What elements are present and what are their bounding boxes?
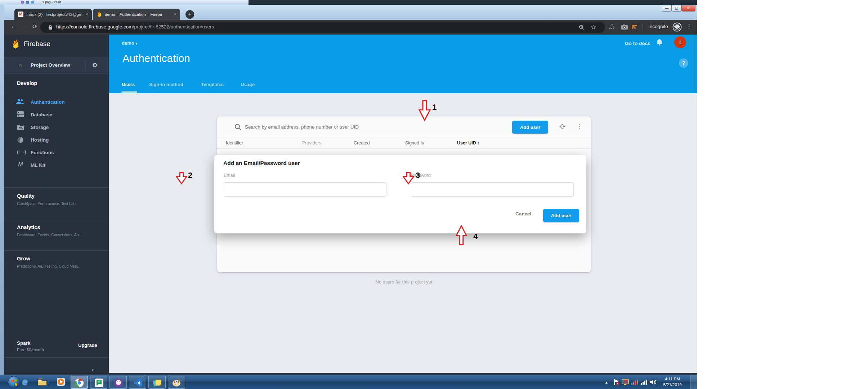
tab-sign-in-method[interactable]: Sign-in method [149,82,183,87]
column-created[interactable]: Created [354,140,370,146]
volume-tray-icon[interactable] [650,379,657,385]
tab-users[interactable]: Users [122,82,135,87]
show-desktop-button[interactable] [690,375,697,389]
tab-usage[interactable]: Usage [241,82,255,87]
section-divider [4,219,109,219]
firebase-brand[interactable]: Firebase [12,39,50,49]
github-desktop-icon [114,378,123,388]
display-driver-tray-icon[interactable] [622,379,629,386]
address-bar[interactable]: https://console.firebase.google.com/proj… [40,22,605,33]
firebase-logo-icon [12,39,19,49]
sidebar-item-hosting[interactable]: Hosting [31,137,49,143]
dialog-title: Add an Email/Password user [223,160,300,166]
sidebar-item-functions[interactable]: Functions [31,150,54,155]
upgrade-button[interactable]: Upgrade [78,343,97,348]
start-button[interactable] [8,376,20,388]
sidebar-collapse-icon[interactable]: ‹ [92,366,94,374]
taskbar-visual-studio-button[interactable] [129,376,146,389]
window-close-button[interactable]: ✕ [681,5,695,12]
email-field[interactable] [224,182,386,197]
section-analytics[interactable]: Analytics [17,224,40,230]
add-user-button[interactable]: Add user [512,121,548,134]
divider [4,357,109,358]
camera-extension-icon[interactable] [621,24,628,30]
browser-tab-firebase[interactable]: demo – Authentication – Fireba × [93,9,180,20]
media-player-icon[interactable] [56,377,66,386]
help-button[interactable]: ? [679,58,688,68]
home-icon: ⌂ [17,62,24,68]
sidebar-item-ml-kit[interactable]: ML Kit [31,162,45,168]
cancel-button[interactable]: Cancel [515,211,531,216]
sidebar-item-database[interactable]: Database [31,112,52,117]
go-to-docs-link[interactable]: Go to docs [625,41,650,46]
column-identifier[interactable]: Identifier [226,140,243,146]
taskbar-paint-button[interactable] [168,376,185,389]
project-selector[interactable]: demo ▾ [122,40,137,46]
internet-explorer-icon[interactable]: e [22,377,32,386]
action-center-flag-icon[interactable] [613,379,620,385]
plan-price: Free $0/month [17,348,44,352]
section-grow[interactable]: Grow [17,256,30,261]
taskbar-sticky-notes-button[interactable] [148,376,166,389]
chat-icon [94,378,104,388]
tab-close-icon[interactable]: × [174,12,176,17]
windows-explorer-icon[interactable] [37,377,47,386]
brand-label: Firebase [24,40,50,48]
project-settings-gear-icon[interactable]: ⚙ [92,62,97,68]
sort-arrow-icon: ↑ [477,140,479,146]
forward-icon[interactable]: → [22,23,27,30]
window-maximize-button[interactable]: ▢ [672,5,681,12]
table-menu-icon[interactable]: ⋮ [577,122,583,130]
signal-strength-tray-icon[interactable] [640,379,648,385]
taskbar-chrome-button[interactable] [71,376,88,389]
reload-icon[interactable]: ⟳ [32,23,37,30]
firebase-sidebar: Firebase ⌂ Project Overview ⚙ Develop Au… [4,35,109,373]
page-title: Authentication [122,53,190,64]
password-field[interactable] [411,182,574,197]
section-quality[interactable]: Quality [17,193,35,199]
tampermonkey-extension-icon[interactable] [632,24,638,30]
step4-number: 4 [473,232,478,241]
section-divider [4,187,109,188]
tab-templates[interactable]: Templates [201,82,224,87]
sidebar-item-storage[interactable]: Storage [31,125,49,130]
taskbar-github-desktop-button[interactable] [109,376,127,389]
active-tab-underline [121,91,137,93]
refresh-icon[interactable]: ⟳ [560,122,566,131]
column-signed-in[interactable]: Signed In [405,140,424,146]
lock-icon [48,25,53,30]
column-user-uid[interactable]: User UID ↑ [457,140,480,146]
tray-chevron-icon[interactable]: ▴ [605,380,608,385]
taskbar-chat-button[interactable] [90,376,107,389]
sidebar-item-project-overview[interactable]: ⌂ Project Overview ⚙ [4,57,109,73]
functions-icon: (···) [17,149,24,155]
clock-date: 5/21/2019 [658,382,686,388]
browser-tab-gmail[interactable]: M Inbox (2) - testproject343@gmai × [14,9,92,20]
notifications-bell-icon[interactable] [656,39,663,46]
extension-icon-1[interactable] [609,24,615,30]
browser-toolbar: ← → ⟳ https://console.firebase.google.co… [4,20,697,35]
new-tab-button[interactable]: + [185,10,194,19]
back-icon[interactable]: ← [11,23,17,30]
network-disabled-tray-icon[interactable] [631,379,638,385]
chrome-menu-icon[interactable]: ⋮ [686,23,692,30]
bookmark-star-icon[interactable]: ☆ [591,23,596,31]
zoom-icon[interactable] [579,24,585,30]
search-input[interactable] [245,124,497,130]
chevron-down-icon: ▾ [135,41,137,45]
dialog-add-user-button[interactable]: Add user [543,209,579,222]
paint-window-title: 9.png - Paint [42,0,61,4]
tab-close-icon[interactable]: × [85,12,88,17]
paint-toolbar-icon [21,1,24,4]
close-icon: ✕ [687,6,690,10]
window-minimize-button[interactable]: — [662,5,672,12]
column-providers[interactable]: Providers [302,140,321,146]
taskbar: e [0,375,697,389]
minimize-icon: — [665,6,669,10]
email-label: Email [224,173,235,178]
avatar[interactable]: t [674,36,686,48]
sidebar-item-authentication[interactable]: Authentication [31,99,65,105]
taskbar-clock[interactable]: 4:11 PM 5/21/2019 [658,376,686,388]
authentication-header: demo ▾ Authentication Users Sign-in meth… [109,35,697,93]
storage-folder-icon [17,124,24,130]
